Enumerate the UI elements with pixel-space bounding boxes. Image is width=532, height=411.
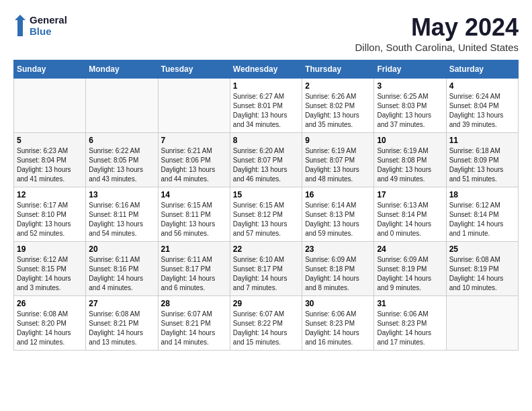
day-number: 28: [161, 299, 227, 308]
calendar-day-cell: 25Sunrise: 6:08 AM Sunset: 8:19 PM Dayli…: [446, 242, 518, 296]
logo-flag-icon: [13, 13, 27, 38]
day-info: Sunrise: 6:12 AM Sunset: 8:14 PM Dayligh…: [449, 201, 515, 238]
calendar-day-cell: 19Sunrise: 6:12 AM Sunset: 8:15 PM Dayli…: [14, 242, 86, 296]
day-number: 19: [17, 244, 83, 254]
day-number: 5: [17, 136, 83, 145]
day-number: 6: [89, 136, 154, 145]
day-info: Sunrise: 6:08 AM Sunset: 8:20 PM Dayligh…: [17, 310, 83, 347]
day-number: 17: [377, 190, 443, 199]
calendar-day-cell: 2Sunrise: 6:26 AM Sunset: 8:02 PM Daylig…: [302, 79, 374, 133]
calendar-day-cell: 14Sunrise: 6:15 AM Sunset: 8:11 PM Dayli…: [158, 187, 230, 242]
calendar-day-cell: 8Sunrise: 6:20 AM Sunset: 8:07 PM Daylig…: [230, 133, 302, 187]
day-number: 30: [305, 299, 371, 308]
day-number: 24: [377, 244, 443, 254]
day-info: Sunrise: 6:23 AM Sunset: 8:04 PM Dayligh…: [17, 146, 83, 184]
calendar-day-cell: 29Sunrise: 6:07 AM Sunset: 8:22 PM Dayli…: [230, 296, 302, 351]
day-info: Sunrise: 6:10 AM Sunset: 8:17 PM Dayligh…: [233, 255, 299, 293]
calendar-week-row: 19Sunrise: 6:12 AM Sunset: 8:15 PM Dayli…: [14, 242, 519, 296]
day-info: Sunrise: 6:19 AM Sunset: 8:07 PM Dayligh…: [305, 146, 371, 184]
day-number: 8: [233, 136, 299, 145]
day-info: Sunrise: 6:07 AM Sunset: 8:22 PM Dayligh…: [233, 310, 299, 347]
day-number: 22: [233, 244, 299, 254]
day-info: Sunrise: 6:14 AM Sunset: 8:13 PM Dayligh…: [305, 201, 371, 238]
day-info: Sunrise: 6:09 AM Sunset: 8:19 PM Dayligh…: [377, 255, 443, 293]
day-number: 2: [305, 81, 371, 91]
day-info: Sunrise: 6:20 AM Sunset: 8:07 PM Dayligh…: [233, 146, 299, 184]
calendar-week-row: 1Sunrise: 6:27 AM Sunset: 8:01 PM Daylig…: [14, 79, 519, 133]
weekday-header: Saturday: [446, 60, 518, 79]
day-number: 15: [233, 190, 299, 199]
day-info: Sunrise: 6:15 AM Sunset: 8:11 PM Dayligh…: [161, 201, 227, 238]
day-number: 12: [17, 190, 83, 199]
calendar-header-row: SundayMondayTuesdayWednesdayThursdayFrid…: [14, 60, 519, 79]
day-number: 25: [449, 244, 515, 254]
calendar-day-cell: 18Sunrise: 6:12 AM Sunset: 8:14 PM Dayli…: [446, 187, 518, 242]
calendar-day-cell: 21Sunrise: 6:11 AM Sunset: 8:17 PM Dayli…: [158, 242, 230, 296]
weekday-header: Thursday: [302, 60, 374, 79]
day-info: Sunrise: 6:21 AM Sunset: 8:06 PM Dayligh…: [161, 146, 227, 184]
calendar-day-cell: 1Sunrise: 6:27 AM Sunset: 8:01 PM Daylig…: [230, 79, 302, 133]
day-info: Sunrise: 6:11 AM Sunset: 8:16 PM Dayligh…: [89, 255, 154, 293]
logo-general: General: [30, 14, 67, 26]
logo: General Blue: [13, 13, 67, 38]
calendar-day-cell: 11Sunrise: 6:18 AM Sunset: 8:09 PM Dayli…: [446, 133, 518, 187]
calendar-day-cell: [14, 79, 86, 133]
day-number: 9: [305, 136, 371, 145]
weekday-header: Sunday: [14, 60, 86, 79]
day-info: Sunrise: 6:15 AM Sunset: 8:12 PM Dayligh…: [233, 201, 299, 238]
calendar-day-cell: [446, 296, 518, 351]
calendar-day-cell: 28Sunrise: 6:07 AM Sunset: 8:21 PM Dayli…: [158, 296, 230, 351]
calendar-day-cell: 16Sunrise: 6:14 AM Sunset: 8:13 PM Dayli…: [302, 187, 374, 242]
day-number: 18: [449, 190, 515, 199]
calendar-day-cell: 17Sunrise: 6:13 AM Sunset: 8:14 PM Dayli…: [374, 187, 446, 242]
calendar-day-cell: 23Sunrise: 6:09 AM Sunset: 8:18 PM Dayli…: [302, 242, 374, 296]
day-number: 16: [305, 190, 371, 199]
day-info: Sunrise: 6:08 AM Sunset: 8:21 PM Dayligh…: [89, 310, 154, 347]
day-info: Sunrise: 6:17 AM Sunset: 8:10 PM Dayligh…: [17, 201, 83, 238]
day-info: Sunrise: 6:18 AM Sunset: 8:09 PM Dayligh…: [449, 146, 515, 184]
calendar-week-row: 12Sunrise: 6:17 AM Sunset: 8:10 PM Dayli…: [14, 187, 519, 242]
calendar-week-row: 26Sunrise: 6:08 AM Sunset: 8:20 PM Dayli…: [14, 296, 519, 351]
day-info: Sunrise: 6:24 AM Sunset: 8:04 PM Dayligh…: [449, 92, 515, 130]
day-number: 29: [233, 299, 299, 308]
day-info: Sunrise: 6:22 AM Sunset: 8:05 PM Dayligh…: [89, 146, 154, 184]
calendar-table: SundayMondayTuesdayWednesdayThursdayFrid…: [13, 60, 519, 351]
weekday-header: Wednesday: [230, 60, 302, 79]
day-info: Sunrise: 6:26 AM Sunset: 8:02 PM Dayligh…: [305, 92, 371, 130]
day-number: 7: [161, 136, 227, 145]
calendar-day-cell: [86, 79, 158, 133]
day-info: Sunrise: 6:09 AM Sunset: 8:18 PM Dayligh…: [305, 255, 371, 293]
day-number: 1: [233, 81, 299, 91]
calendar-day-cell: 22Sunrise: 6:10 AM Sunset: 8:17 PM Dayli…: [230, 242, 302, 296]
day-number: 3: [377, 81, 443, 91]
calendar-day-cell: 3Sunrise: 6:25 AM Sunset: 8:03 PM Daylig…: [374, 79, 446, 133]
day-number: 4: [449, 81, 515, 91]
day-info: Sunrise: 6:06 AM Sunset: 8:23 PM Dayligh…: [377, 310, 443, 347]
day-info: Sunrise: 6:08 AM Sunset: 8:19 PM Dayligh…: [449, 255, 515, 293]
day-info: Sunrise: 6:11 AM Sunset: 8:17 PM Dayligh…: [161, 255, 227, 293]
weekday-header: Monday: [86, 60, 158, 79]
day-info: Sunrise: 6:16 AM Sunset: 8:11 PM Dayligh…: [89, 201, 154, 238]
calendar-day-cell: 12Sunrise: 6:17 AM Sunset: 8:10 PM Dayli…: [14, 187, 86, 242]
day-info: Sunrise: 6:13 AM Sunset: 8:14 PM Dayligh…: [377, 201, 443, 238]
calendar-day-cell: 24Sunrise: 6:09 AM Sunset: 8:19 PM Dayli…: [374, 242, 446, 296]
title-block: May 2024 Dillon, South Carolina, United …: [355, 13, 519, 53]
calendar-day-cell: 6Sunrise: 6:22 AM Sunset: 8:05 PM Daylig…: [86, 133, 158, 187]
calendar-day-cell: 9Sunrise: 6:19 AM Sunset: 8:07 PM Daylig…: [302, 133, 374, 187]
calendar-day-cell: [158, 79, 230, 133]
day-number: 26: [17, 299, 83, 308]
day-number: 11: [449, 136, 515, 145]
day-number: 20: [89, 244, 154, 254]
calendar-day-cell: 20Sunrise: 6:11 AM Sunset: 8:16 PM Dayli…: [86, 242, 158, 296]
day-info: Sunrise: 6:06 AM Sunset: 8:23 PM Dayligh…: [305, 310, 371, 347]
day-number: 23: [305, 244, 371, 254]
day-number: 31: [377, 299, 443, 308]
calendar-day-cell: 15Sunrise: 6:15 AM Sunset: 8:12 PM Dayli…: [230, 187, 302, 242]
calendar-week-row: 5Sunrise: 6:23 AM Sunset: 8:04 PM Daylig…: [14, 133, 519, 187]
calendar-day-cell: 27Sunrise: 6:08 AM Sunset: 8:21 PM Dayli…: [86, 296, 158, 351]
day-number: 27: [89, 299, 154, 308]
calendar-day-cell: 13Sunrise: 6:16 AM Sunset: 8:11 PM Dayli…: [86, 187, 158, 242]
month-title: May 2024: [355, 13, 519, 42]
calendar-day-cell: 26Sunrise: 6:08 AM Sunset: 8:20 PM Dayli…: [14, 296, 86, 351]
day-info: Sunrise: 6:19 AM Sunset: 8:08 PM Dayligh…: [377, 146, 443, 184]
